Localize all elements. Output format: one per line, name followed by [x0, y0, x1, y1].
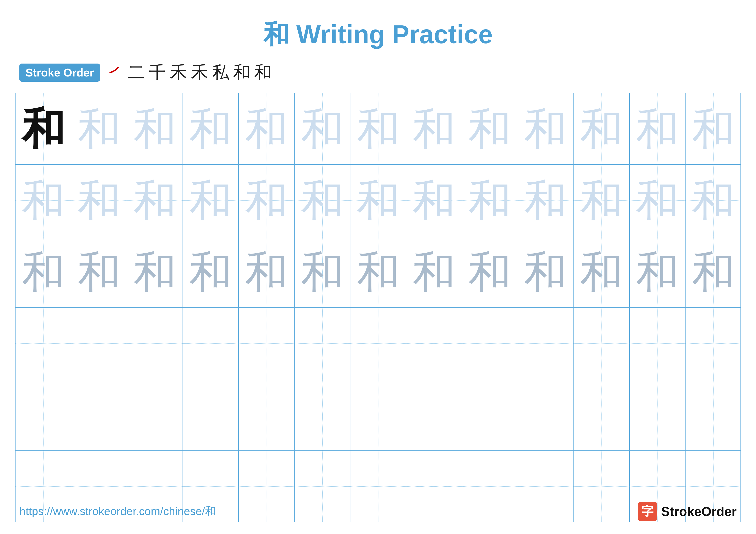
- char-guide: 和: [357, 107, 400, 150]
- grid-cell[interactable]: [350, 379, 406, 450]
- char-guide: 和: [524, 179, 567, 222]
- grid-cell[interactable]: 和: [183, 236, 239, 307]
- grid-cell[interactable]: [183, 308, 239, 379]
- stroke-6: 私: [212, 61, 229, 84]
- char-guide: 和: [301, 107, 344, 150]
- grid-cell[interactable]: [183, 379, 239, 450]
- grid-cell[interactable]: 和: [574, 165, 630, 236]
- grid-cell[interactable]: [295, 379, 350, 450]
- grid-cell[interactable]: [518, 308, 574, 379]
- grid-cell[interactable]: 和: [295, 93, 350, 165]
- grid-cell[interactable]: 和: [630, 165, 686, 236]
- char-guide: 和: [524, 250, 567, 293]
- grid-cell[interactable]: 和: [15, 165, 71, 236]
- char-guide: 和: [468, 179, 511, 222]
- logo-text: StrokeOrder: [661, 504, 737, 519]
- footer-url: https://www.strokeorder.com/chinese/和: [19, 504, 216, 519]
- stroke-8: 和: [254, 61, 272, 84]
- grid-cell[interactable]: [406, 308, 462, 379]
- grid-cell[interactable]: 和: [406, 165, 462, 236]
- grid-cell[interactable]: 和: [239, 93, 295, 165]
- grid-cell[interactable]: [295, 308, 350, 379]
- char-guide: 和: [468, 107, 511, 150]
- grid-cell[interactable]: [686, 308, 741, 379]
- char-guide: 和: [692, 179, 735, 222]
- grid-cell[interactable]: 和: [71, 165, 127, 236]
- grid-cell[interactable]: 和: [71, 93, 127, 165]
- logo-icon: 字: [638, 502, 657, 521]
- char-guide: 和: [580, 179, 623, 222]
- char-guide: 和: [692, 107, 735, 150]
- grid-cell[interactable]: [15, 379, 71, 450]
- page-title: 和 Writing Practice: [0, 0, 756, 61]
- grid-cell[interactable]: 和: [462, 93, 518, 165]
- grid-cell[interactable]: [686, 379, 741, 450]
- grid-cell[interactable]: 和: [15, 236, 71, 307]
- grid-cell[interactable]: 和: [406, 236, 462, 307]
- char-guide: 和: [413, 107, 456, 150]
- grid-cell[interactable]: 和: [350, 165, 406, 236]
- grid-cell[interactable]: 和: [630, 93, 686, 165]
- grid-cell[interactable]: [574, 379, 630, 450]
- grid-cell[interactable]: 和: [71, 236, 127, 307]
- grid-cell[interactable]: [518, 379, 574, 450]
- grid-cell[interactable]: 和: [295, 236, 350, 307]
- char-guide: 和: [301, 179, 344, 222]
- title-text: 和 Writing Practice: [263, 20, 493, 49]
- grid-cell[interactable]: 和: [183, 165, 239, 236]
- grid-cell[interactable]: 和: [574, 236, 630, 307]
- stroke-5: 禾: [191, 61, 208, 84]
- grid-cell[interactable]: [630, 379, 686, 450]
- grid-cell[interactable]: [239, 379, 295, 450]
- grid-cell[interactable]: [462, 308, 518, 379]
- grid-cell[interactable]: 和: [350, 236, 406, 307]
- char-guide: 和: [357, 179, 400, 222]
- grid-cell[interactable]: 和: [350, 93, 406, 165]
- grid-cell[interactable]: [574, 308, 630, 379]
- grid-cell[interactable]: 和: [574, 93, 630, 165]
- char-guide: 和: [189, 179, 232, 222]
- grid-cell[interactable]: 和: [686, 93, 741, 165]
- stroke-7: 和: [233, 61, 251, 84]
- char-guide: 和: [413, 179, 456, 222]
- grid-cell[interactable]: [350, 308, 406, 379]
- stroke-order-chars: ㇒ 二 千 禾 禾 私 和 和: [106, 61, 272, 84]
- grid-cell[interactable]: 和: [295, 165, 350, 236]
- grid-cell[interactable]: 和: [462, 236, 518, 307]
- char-guide: 和: [636, 250, 679, 293]
- char-guide: 和: [636, 179, 679, 222]
- char-solid: 和: [22, 107, 65, 150]
- grid-cell[interactable]: [71, 308, 127, 379]
- grid-cell[interactable]: 和: [462, 165, 518, 236]
- grid-cell[interactable]: [15, 308, 71, 379]
- char-guide: 和: [22, 179, 65, 222]
- grid-cell[interactable]: 和: [518, 236, 574, 307]
- grid-cell[interactable]: 和: [518, 93, 574, 165]
- grid-cell[interactable]: 和: [239, 236, 295, 307]
- grid-cell[interactable]: 和: [127, 236, 183, 307]
- grid-cell[interactable]: 和: [630, 236, 686, 307]
- char-guide: 和: [245, 107, 288, 150]
- grid-cell[interactable]: 和: [127, 165, 183, 236]
- char-guide: 和: [189, 107, 232, 150]
- stroke-1: ㇒: [106, 61, 124, 84]
- grid-cell[interactable]: [127, 308, 183, 379]
- char-guide: 和: [301, 250, 344, 293]
- grid-cell[interactable]: 和: [127, 93, 183, 165]
- grid-cell[interactable]: [127, 379, 183, 450]
- grid-cell[interactable]: [71, 379, 127, 450]
- grid-cell[interactable]: 和: [183, 93, 239, 165]
- grid-cell[interactable]: [462, 379, 518, 450]
- char-guide: 和: [413, 250, 456, 293]
- grid-cell[interactable]: [239, 308, 295, 379]
- grid-cell[interactable]: 和: [239, 165, 295, 236]
- char-guide: 和: [636, 107, 679, 150]
- char-guide: 和: [245, 179, 288, 222]
- grid-cell[interactable]: [406, 379, 462, 450]
- grid-cell[interactable]: 和: [686, 165, 741, 236]
- grid-cell[interactable]: 和: [518, 165, 574, 236]
- grid-cell[interactable]: 和: [406, 93, 462, 165]
- grid-cell[interactable]: [630, 308, 686, 379]
- grid-cell[interactable]: 和: [15, 93, 71, 165]
- grid-cell[interactable]: 和: [686, 236, 741, 307]
